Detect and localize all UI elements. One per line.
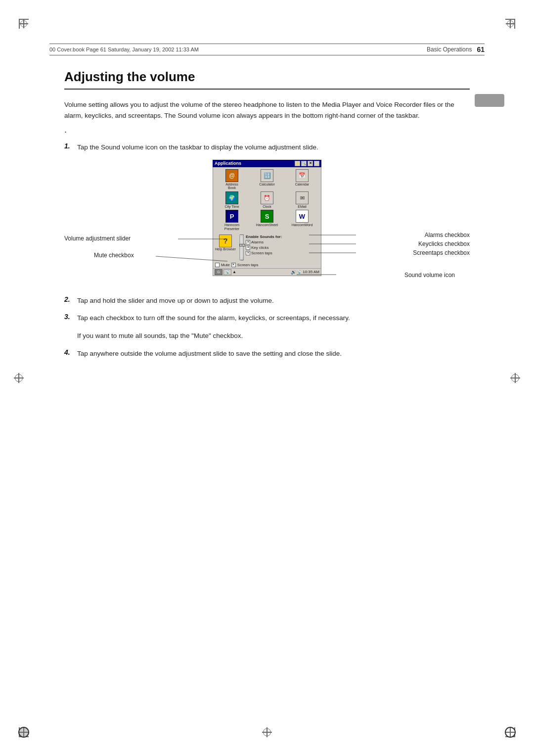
app-hancomword: W HancomWord bbox=[285, 210, 319, 231]
volume-slider-container bbox=[240, 235, 244, 260]
step-3: 3. Tap each checkbox to turn off the sou… bbox=[64, 313, 470, 324]
app-grid: @ AddressBook 🔢 Calculator 📅 Calendar 🌍 … bbox=[213, 167, 321, 233]
app-address-book: @ AddressBook bbox=[215, 169, 249, 190]
header-section: Basic Operations bbox=[427, 46, 472, 53]
enable-sounds-section: Enable Sounds for: ✕ Alarms ✕ Key clicks… bbox=[246, 235, 319, 260]
mute-row: Mute ✕ Screen taps bbox=[213, 262, 321, 268]
callout-sound-icon-label: Sound volume icon bbox=[404, 272, 455, 279]
gray-accent-rect bbox=[475, 94, 504, 107]
help-browser-item: ? Help Browser bbox=[215, 235, 236, 260]
callout-screentaps-label: Screentaps checkbox bbox=[413, 249, 470, 256]
app-hanncom-presenter: P HanncomPresenter bbox=[215, 210, 249, 231]
app-calendar: 📅 Calendar bbox=[285, 169, 319, 190]
taskbar-time-display: 🔊 📡 10:35 AM bbox=[291, 270, 319, 275]
screenshot-section: Volume adjustment slider Mute checkbox A… bbox=[64, 160, 470, 288]
callout-mute-label: Mute checkbox bbox=[94, 252, 134, 259]
step-4-text: Tap anywhere outside the volume adjustme… bbox=[77, 348, 470, 359]
win-title-text: Applications bbox=[215, 161, 241, 166]
win-taskbar: G 📡 ▲ 🔊 📡 10:35 AM bbox=[213, 268, 321, 276]
win-titlebar: Applications ⚡ 🔍 ✕ bbox=[213, 160, 321, 167]
page-number: 61 bbox=[477, 46, 485, 53]
app-calculator: 🔢 Calculator bbox=[250, 169, 284, 190]
callout-volume-slider-label: Volume adjustment slider bbox=[64, 235, 131, 242]
step-1-number: 1. bbox=[64, 142, 77, 150]
step-2-text: Tap and hold the slider and move up or d… bbox=[77, 295, 470, 306]
step-3-text: Tap each checkbox to turn off the sound … bbox=[77, 313, 470, 324]
callout-alarms-label: Alarms checkbox bbox=[425, 232, 470, 238]
dot-separator: . bbox=[64, 125, 470, 135]
step-1: 1. Tap the Sound volume icon on the task… bbox=[64, 142, 470, 153]
win-controls: ⚡ 🔍 ✕ bbox=[295, 161, 319, 166]
step-1-text: Tap the Sound volume icon on the taskbar… bbox=[77, 142, 470, 153]
volume-panel-row: ? Help Browser Enable Sounds for: bbox=[213, 233, 321, 262]
step-4-number: 4. bbox=[64, 348, 77, 356]
header-filename: 00 Cover.book Page 61 Saturday, January … bbox=[49, 47, 427, 52]
main-content: Adjusting the volume Volume setting allo… bbox=[64, 69, 470, 366]
windows-screenshot: Applications ⚡ 🔍 ✕ @ AddressBook 🔢 Calcu… bbox=[213, 160, 321, 276]
mute-note: If you want to mute all sounds, tap the … bbox=[77, 331, 470, 341]
app-email: ✉ EMail bbox=[285, 191, 319, 208]
step-2-number: 2. bbox=[64, 295, 77, 303]
callout-keyclicks-label: Keyclicks checkbox bbox=[418, 240, 470, 247]
step-3-number: 3. bbox=[64, 313, 77, 321]
step-2: 2. Tap and hold the slider and move up o… bbox=[64, 295, 470, 306]
step-4: 4. Tap anywhere outside the volume adjus… bbox=[64, 348, 470, 359]
taskbar-chevron: ▲ bbox=[232, 270, 236, 274]
app-clock: ⏰ Clock bbox=[250, 191, 284, 208]
intro-paragraph: Volume setting allows you to adjust the … bbox=[64, 99, 470, 121]
taskbar-start-area: G 📡 bbox=[215, 269, 231, 275]
page-header: 00 Cover.book Page 61 Saturday, January … bbox=[49, 44, 485, 55]
app-hancomsheet: S HancomSheet bbox=[250, 210, 284, 231]
page-title: Adjusting the volume bbox=[64, 69, 470, 90]
app-city-time: 🌍 City Time bbox=[215, 191, 249, 208]
